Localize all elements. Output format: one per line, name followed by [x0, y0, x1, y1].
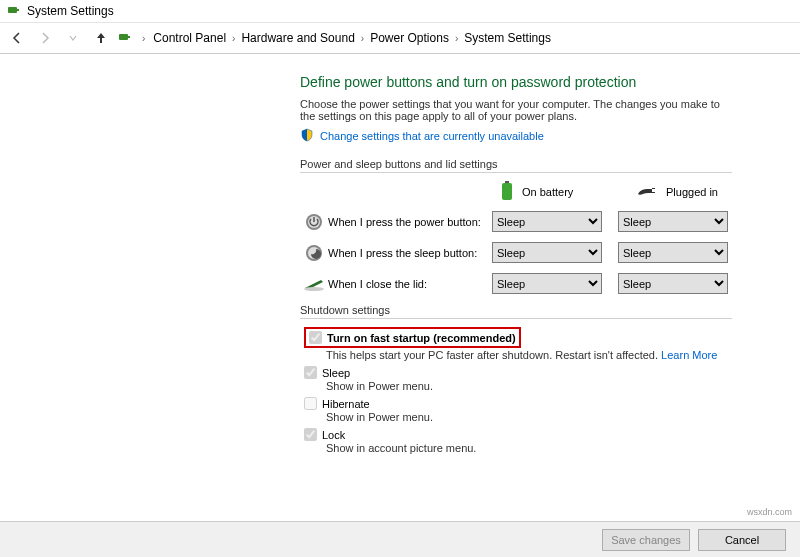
cancel-button[interactable]: Cancel: [698, 529, 786, 551]
sleep-checkbox-desc: Show in Power menu.: [326, 380, 800, 392]
power-button-icon: [300, 212, 328, 232]
sleep-checkbox[interactable]: [304, 366, 317, 379]
page-description: Choose the power settings that you want …: [300, 98, 730, 122]
sleep-button-icon: [300, 243, 328, 263]
shield-icon: [300, 128, 314, 144]
hibernate-checkbox-label: Hibernate: [322, 398, 370, 410]
watermark: wsxdn.com: [747, 507, 792, 517]
col-battery-label: On battery: [522, 186, 573, 198]
divider: [300, 172, 732, 173]
chevron-right-icon: ›: [230, 33, 237, 44]
svg-rect-0: [8, 7, 17, 13]
fast-startup-checkbox[interactable]: [309, 331, 322, 344]
svg-rect-5: [502, 183, 512, 200]
row-lid-label: When I close the lid:: [328, 278, 492, 290]
crumb-hardware-sound[interactable]: Hardware and Sound: [241, 31, 354, 45]
window-title: System Settings: [27, 4, 114, 18]
save-changes-button[interactable]: Save changes: [602, 529, 690, 551]
divider: [300, 318, 732, 319]
section-shutdown-title: Shutdown settings: [300, 304, 800, 316]
titlebar: System Settings: [0, 0, 800, 23]
chevron-right-icon: ›: [453, 33, 460, 44]
svg-rect-6: [652, 188, 655, 189]
hibernate-checkbox[interactable]: [304, 397, 317, 410]
back-button[interactable]: [6, 27, 28, 49]
svg-point-12: [304, 287, 324, 291]
lid-plugged-select[interactable]: Sleep: [618, 273, 728, 294]
crumb-control-panel[interactable]: Control Panel: [153, 31, 226, 45]
up-button[interactable]: [90, 27, 112, 49]
recent-dropdown[interactable]: [62, 27, 84, 49]
crumb-system-settings[interactable]: System Settings: [464, 31, 551, 45]
hibernate-checkbox-desc: Show in Power menu.: [326, 411, 800, 423]
power-button-plugged-select[interactable]: Sleep: [618, 211, 728, 232]
section-power-sleep-title: Power and sleep buttons and lid settings: [300, 158, 800, 170]
power-options-icon: [6, 3, 22, 19]
svg-rect-4: [505, 181, 509, 183]
battery-icon: [500, 181, 514, 203]
lid-close-icon: [300, 276, 328, 292]
lock-checkbox[interactable]: [304, 428, 317, 441]
fast-startup-desc-text: This helps start your PC faster after sh…: [326, 349, 661, 361]
col-plugged-label: Plugged in: [666, 186, 718, 198]
chevron-right-icon: ›: [140, 33, 147, 44]
power-options-icon: [118, 30, 134, 46]
learn-more-link[interactable]: Learn More: [661, 349, 717, 361]
lock-checkbox-desc: Show in account picture menu.: [326, 442, 800, 454]
fast-startup-label: Turn on fast startup (recommended): [327, 332, 516, 344]
forward-button[interactable]: [34, 27, 56, 49]
footer: Save changes Cancel: [0, 521, 800, 557]
lock-checkbox-label: Lock: [322, 429, 345, 441]
sleep-button-battery-select[interactable]: Sleep: [492, 242, 602, 263]
sleep-checkbox-label: Sleep: [322, 367, 350, 379]
crumb-power-options[interactable]: Power Options: [370, 31, 449, 45]
lid-battery-select[interactable]: Sleep: [492, 273, 602, 294]
page-title: Define power buttons and turn on passwor…: [300, 74, 800, 90]
fast-startup-highlight: Turn on fast startup (recommended): [304, 327, 521, 348]
row-power-button-label: When I press the power button:: [328, 216, 492, 228]
sleep-button-plugged-select[interactable]: Sleep: [618, 242, 728, 263]
chevron-right-icon: ›: [359, 33, 366, 44]
svg-rect-2: [119, 34, 128, 40]
change-settings-link[interactable]: Change settings that are currently unava…: [320, 130, 544, 142]
fast-startup-desc: This helps start your PC faster after sh…: [326, 349, 800, 361]
row-sleep-button-label: When I press the sleep button:: [328, 247, 492, 259]
breadcrumb: Control Panel › Hardware and Sound › Pow…: [153, 31, 551, 45]
svg-rect-7: [652, 192, 655, 193]
power-button-battery-select[interactable]: Sleep: [492, 211, 602, 232]
navbar: › Control Panel › Hardware and Sound › P…: [0, 23, 800, 54]
svg-rect-1: [17, 9, 19, 11]
svg-rect-3: [128, 36, 130, 38]
col-on-battery: On battery: [500, 181, 606, 203]
plug-icon: [636, 184, 658, 200]
col-plugged-in: Plugged in: [636, 181, 742, 203]
main-content: Define power buttons and turn on passwor…: [0, 54, 800, 519]
